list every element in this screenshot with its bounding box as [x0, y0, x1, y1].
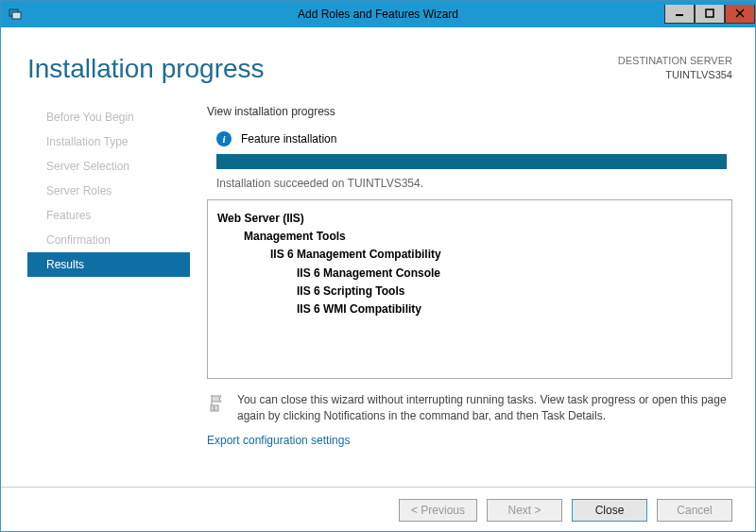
note-text: You can close this wizard without interr… [237, 392, 732, 424]
wizard-body: Installation progress DESTINATION SERVER… [1, 27, 755, 531]
tree-iis6-wmi: IIS 6 WMI Compatibility [297, 300, 722, 318]
flag-icon: 1 [207, 392, 228, 413]
maximize-button[interactable] [695, 5, 725, 24]
destination-label: DESTINATION SERVER [618, 54, 732, 68]
window-controls [664, 6, 755, 24]
tree-management-tools: Management Tools [244, 228, 722, 246]
tree-iis6-compat: IIS 6 Management Compatibility [270, 246, 722, 264]
cancel-button: Cancel [657, 499, 732, 522]
wizard-footer: < Previous Next > Close Cancel [1, 487, 755, 525]
svg-rect-1 [12, 12, 21, 19]
nav-installation-type: Installation Type [27, 129, 190, 154]
status-row: i Feature installation [216, 131, 732, 146]
nav-server-selection: Server Selection [27, 154, 190, 179]
app-icon [7, 6, 24, 23]
feature-installation-label: Feature installation [241, 132, 336, 146]
nav-server-roles: Server Roles [27, 179, 190, 203]
previous-button: < Previous [399, 499, 477, 522]
nav-before-you-begin: Before You Begin [27, 105, 190, 129]
main-area: Before You Begin Installation Type Serve… [1, 105, 755, 487]
tree-iis6-scripting: IIS 6 Scripting Tools [297, 283, 722, 300]
note-row: 1 You can close this wizard without inte… [207, 392, 732, 424]
next-button: Next > [487, 499, 562, 522]
destination-info: DESTINATION SERVER TUINTLVS354 [618, 54, 732, 83]
page-title: Installation progress [27, 54, 265, 84]
export-config-link[interactable]: Export configuration settings [207, 434, 732, 447]
window-title: Add Roles and Features Wizard [298, 8, 458, 21]
close-button[interactable]: Close [572, 499, 647, 522]
tree-root: Web Server (IIS) [217, 210, 722, 228]
close-window-button[interactable] [725, 5, 755, 24]
progress-bar-wrap [216, 154, 727, 169]
titlebar: Add Roles and Features Wizard [1, 1, 755, 27]
install-succeeded-text: Installation succeeded on TUINTLVS354. [216, 177, 732, 190]
view-progress-label: View installation progress [207, 105, 732, 118]
nav-confirmation: Confirmation [27, 228, 190, 252]
wizard-sidebar: Before You Begin Installation Type Serve… [1, 105, 190, 487]
wizard-window: Add Roles and Features Wizard Installati… [0, 0, 756, 532]
content-pane: View installation progress i Feature ins… [190, 105, 755, 487]
svg-rect-3 [706, 9, 713, 17]
minimize-button[interactable] [664, 5, 695, 24]
nav-features: Features [27, 203, 190, 228]
nav-results[interactable]: Results [27, 252, 190, 277]
header-row: Installation progress DESTINATION SERVER… [1, 27, 755, 84]
info-icon: i [216, 131, 232, 146]
progress-bar [216, 154, 727, 169]
destination-server: TUINTLVS354 [618, 68, 732, 82]
results-tree: Web Server (IIS) Management Tools IIS 6 … [207, 199, 732, 379]
tree-iis6-console: IIS 6 Management Console [297, 265, 722, 283]
